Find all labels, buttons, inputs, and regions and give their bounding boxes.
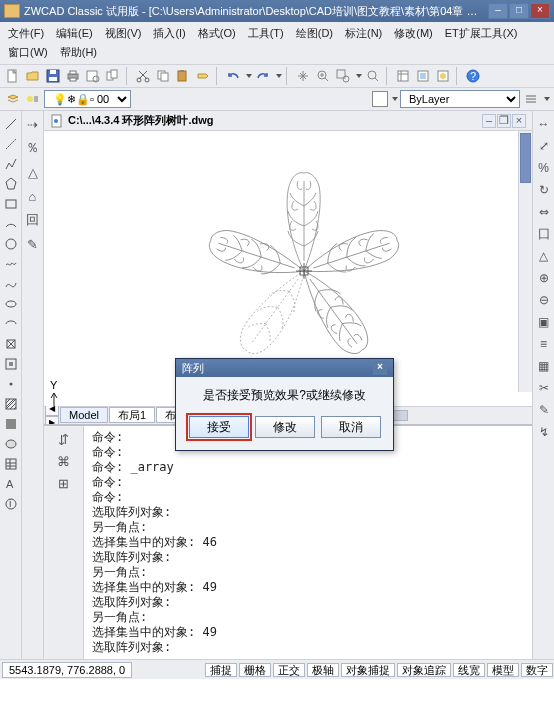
arc-icon[interactable] xyxy=(2,215,20,233)
redo-dropdown-icon[interactable] xyxy=(276,74,282,78)
maximize-button[interactable]: □ xyxy=(509,3,529,19)
line-icon[interactable] xyxy=(2,115,20,133)
zoom-dropdown-icon[interactable] xyxy=(356,74,362,78)
menu-item[interactable]: 插入(I) xyxy=(151,24,187,43)
doc-close-icon[interactable]: × xyxy=(512,114,526,128)
grad-icon[interactable] xyxy=(2,415,20,433)
menu-item[interactable]: 标注(N) xyxy=(343,24,384,43)
paste-icon[interactable] xyxy=(174,67,192,85)
dialog-close-icon[interactable]: × xyxy=(373,361,387,375)
mid-tool-3[interactable]: ⌂ xyxy=(24,187,42,205)
undo-dropdown-icon[interactable] xyxy=(246,74,252,78)
layer-props-icon[interactable] xyxy=(4,90,22,108)
doc-restore-icon[interactable]: ❐ xyxy=(497,114,511,128)
status-toggle[interactable]: 对象追踪 xyxy=(397,663,451,677)
modify-tool-1[interactable]: ⤢ xyxy=(535,137,553,155)
block-icon[interactable] xyxy=(2,355,20,373)
lineweight-dropdown-icon[interactable] xyxy=(544,97,550,101)
menu-item[interactable]: 工具(T) xyxy=(246,24,286,43)
mid-tool-4[interactable]: 回 xyxy=(24,211,42,229)
status-toggle[interactable]: 正交 xyxy=(273,663,305,677)
ins-icon[interactable] xyxy=(2,335,20,353)
layer-select[interactable]: 💡❄🔒▫ 00 xyxy=(44,90,131,108)
mtext-icon[interactable]: A xyxy=(2,475,20,493)
save-icon[interactable] xyxy=(44,67,62,85)
cmd-tool-2[interactable]: ⊞ xyxy=(55,474,73,492)
design-center-icon[interactable] xyxy=(414,67,432,85)
cancel-button[interactable]: 取消 xyxy=(321,416,381,438)
menu-item[interactable]: 视图(V) xyxy=(103,24,144,43)
status-toggle[interactable]: 模型 xyxy=(487,663,519,677)
status-toggle[interactable]: 数字 xyxy=(521,663,553,677)
cut-icon[interactable] xyxy=(134,67,152,85)
undo-icon[interactable] xyxy=(224,67,242,85)
command-log[interactable]: 命令: 命令: 命令: _array 命令: 命令: 选取阵列对象: 另一角点:… xyxy=(84,426,532,659)
color-dropdown-icon[interactable] xyxy=(392,97,398,101)
modify-tool-10[interactable]: ≡ xyxy=(535,335,553,353)
coordinates-display[interactable]: 5543.1879, 776.2888, 0 xyxy=(2,662,132,678)
cline-icon[interactable] xyxy=(2,135,20,153)
hatch-icon[interactable] xyxy=(2,395,20,413)
lineweight-icon[interactable] xyxy=(522,90,540,108)
modify-tool-7[interactable]: ⊕ xyxy=(535,269,553,287)
color-swatch[interactable] xyxy=(372,91,388,107)
help-icon[interactable]: ? xyxy=(464,67,482,85)
new-file-icon[interactable] xyxy=(4,67,22,85)
minimize-button[interactable]: – xyxy=(488,3,508,19)
close-button[interactable]: × xyxy=(530,3,550,19)
status-toggle[interactable]: 栅格 xyxy=(239,663,271,677)
modify-tool-4[interactable]: ⇔ xyxy=(535,203,553,221)
extra-icon[interactable]: i xyxy=(2,495,20,513)
publish-icon[interactable] xyxy=(104,67,122,85)
rect-icon[interactable] xyxy=(2,195,20,213)
menu-item[interactable]: 格式(O) xyxy=(196,24,238,43)
copy-icon[interactable] xyxy=(154,67,172,85)
mid-tool-5[interactable]: ✎ xyxy=(24,235,42,253)
pan-icon[interactable] xyxy=(294,67,312,85)
layer-state-icon[interactable] xyxy=(24,90,42,108)
cmd-tool-0[interactable]: ⇵ xyxy=(55,430,73,448)
document-tab-name[interactable]: C:\...\4.3.4 环形阵列树叶.dwg xyxy=(68,113,213,128)
menu-item[interactable]: 帮助(H) xyxy=(58,43,99,62)
point-icon[interactable] xyxy=(2,375,20,393)
status-toggle[interactable]: 极轴 xyxy=(307,663,339,677)
mid-tool-1[interactable]: ％ xyxy=(24,139,42,157)
modify-tool-8[interactable]: ⊖ xyxy=(535,291,553,309)
modify-tool-3[interactable]: ↻ xyxy=(535,181,553,199)
tool-palette-icon[interactable] xyxy=(434,67,452,85)
menu-item[interactable]: ET扩展工具(X) xyxy=(443,24,520,43)
modify-tool-0[interactable]: ↔ xyxy=(535,115,553,133)
linetype-select[interactable]: ByLayer xyxy=(400,90,520,108)
vertical-scrollbar[interactable] xyxy=(518,131,532,392)
rev-icon[interactable] xyxy=(2,255,20,273)
match-icon[interactable] xyxy=(194,67,212,85)
modify-tool-2[interactable]: % xyxy=(535,159,553,177)
status-toggle[interactable]: 捕捉 xyxy=(205,663,237,677)
table-icon[interactable] xyxy=(2,455,20,473)
menu-item[interactable]: 文件(F) xyxy=(6,24,46,43)
properties-icon[interactable] xyxy=(394,67,412,85)
menu-item[interactable]: 编辑(E) xyxy=(54,24,95,43)
ellipse-icon[interactable] xyxy=(2,295,20,313)
print-icon[interactable] xyxy=(64,67,82,85)
zoom-window-icon[interactable] xyxy=(334,67,352,85)
mid-tool-0[interactable]: ⇢ xyxy=(24,115,42,133)
status-toggle[interactable]: 线宽 xyxy=(453,663,485,677)
polygon-icon[interactable] xyxy=(2,175,20,193)
earc-icon[interactable] xyxy=(2,315,20,333)
modify-tool-12[interactable]: ✂ xyxy=(535,379,553,397)
zoom-realtime-icon[interactable] xyxy=(314,67,332,85)
modify-tool-11[interactable]: ▦ xyxy=(535,357,553,375)
modify-tool-9[interactable]: ▣ xyxy=(535,313,553,331)
modify-tool-6[interactable]: △ xyxy=(535,247,553,265)
modify-tool-5[interactable]: 囗 xyxy=(535,225,553,243)
open-file-icon[interactable] xyxy=(24,67,42,85)
dialog-titlebar[interactable]: 阵列 × xyxy=(176,359,393,377)
region-icon[interactable] xyxy=(2,435,20,453)
menu-item[interactable]: 绘图(D) xyxy=(294,24,335,43)
mid-tool-2[interactable]: △ xyxy=(24,163,42,181)
accept-button[interactable]: 接受 xyxy=(189,416,249,438)
cmd-tool-1[interactable]: ⌘ xyxy=(55,452,73,470)
spline-icon[interactable] xyxy=(2,275,20,293)
pline-icon[interactable] xyxy=(2,155,20,173)
